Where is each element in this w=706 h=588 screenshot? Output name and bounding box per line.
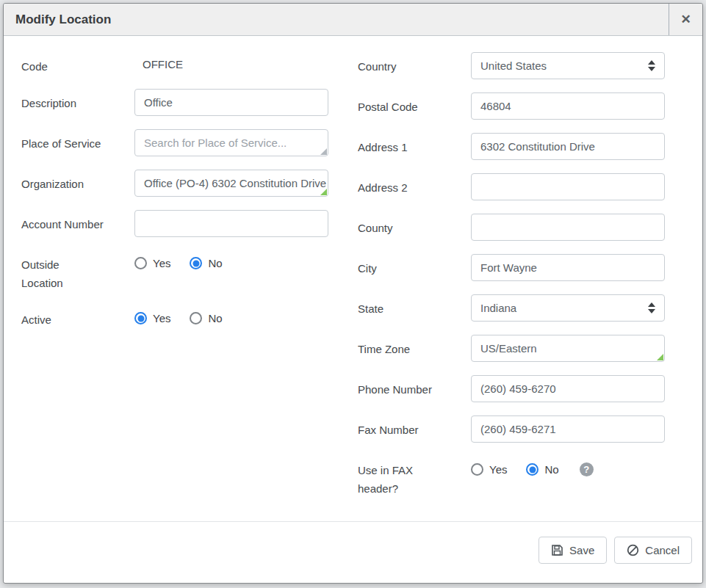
fax-number-field[interactable] <box>471 415 665 443</box>
radio-selected-icon <box>190 257 202 269</box>
help-icon[interactable]: ? <box>580 462 594 476</box>
active-radio-yes[interactable]: Yes <box>134 312 170 324</box>
outside-location-label: Outside Location <box>21 250 104 292</box>
organization-field[interactable] <box>134 170 328 197</box>
phone-number-label: Phone Number <box>358 375 440 399</box>
active-radio-no[interactable]: No <box>190 312 222 324</box>
save-button[interactable]: Save <box>538 537 607 564</box>
outside-location-radio-yes[interactable]: Yes <box>134 257 170 269</box>
state-label: State <box>358 294 440 318</box>
save-floppy-icon <box>551 544 563 556</box>
country-row: Country United States <box>358 52 672 79</box>
select-updown-icon <box>648 302 655 313</box>
country-label: Country <box>358 52 440 76</box>
address1-field[interactable] <box>471 133 665 160</box>
postal-code-row: Postal Code <box>358 92 672 120</box>
modal-body: Code OFFICE Description Place of Service <box>4 36 702 521</box>
use-in-fax-header-radio-yes[interactable]: Yes <box>471 463 507 476</box>
address2-label: Address 2 <box>358 173 440 197</box>
save-button-label: Save <box>569 544 594 556</box>
description-row: Description <box>21 89 349 116</box>
active-row: Active Yes No <box>21 305 349 329</box>
county-row: County <box>358 214 672 241</box>
city-label: City <box>358 254 440 277</box>
code-label: Code <box>21 52 104 76</box>
form-right-column: Country United States Postal Code Addres… <box>349 52 672 521</box>
account-number-label: Account Number <box>21 210 104 233</box>
radio-selected-icon <box>526 463 538 476</box>
radio-unselected-icon <box>134 257 147 269</box>
use-in-fax-header-radio-group: Yes No ? <box>471 456 665 476</box>
address1-label: Address 1 <box>358 133 440 156</box>
radio-unselected-icon <box>471 463 483 476</box>
place-of-service-label: Place of Service <box>21 129 104 153</box>
organization-row: Organization <box>21 170 349 197</box>
modal-footer: Save Cancel <box>4 521 702 583</box>
modal-title: Modify Location <box>4 4 669 35</box>
phone-number-row: Phone Number <box>358 375 672 402</box>
outside-location-radio-no[interactable]: No <box>190 257 222 269</box>
description-field[interactable] <box>134 89 328 116</box>
organization-label: Organization <box>21 170 104 193</box>
address2-row: Address 2 <box>358 173 672 200</box>
place-of-service-search-input[interactable] <box>134 129 328 156</box>
county-field[interactable] <box>471 214 665 241</box>
fax-number-label: Fax Number <box>358 415 440 439</box>
phone-number-field[interactable] <box>471 375 665 402</box>
outside-location-row: Outside Location Yes No <box>21 250 349 292</box>
time-zone-field[interactable] <box>471 335 665 362</box>
fax-number-row: Fax Number <box>358 415 672 443</box>
select-updown-icon <box>648 60 655 71</box>
use-in-fax-header-row: Use in FAX header? Yes No ? <box>358 456 672 498</box>
cancel-slash-circle-icon <box>627 544 639 556</box>
postal-code-label: Postal Code <box>358 92 440 116</box>
radio-selected-icon <box>134 312 147 324</box>
cancel-button[interactable]: Cancel <box>614 537 692 564</box>
state-row: State Indiana <box>358 294 672 322</box>
county-label: County <box>358 214 440 237</box>
address2-field[interactable] <box>471 173 665 200</box>
description-label: Description <box>21 89 104 112</box>
use-in-fax-header-label: Use in FAX header? <box>358 456 440 498</box>
close-icon: ✕ <box>680 12 691 27</box>
account-number-row: Account Number <box>21 210 349 237</box>
country-select[interactable]: United States <box>471 52 665 79</box>
postal-code-field[interactable] <box>471 92 665 120</box>
code-value: OFFICE <box>134 52 328 70</box>
use-in-fax-header-radio-no[interactable]: No <box>526 463 558 476</box>
address1-row: Address 1 <box>358 133 672 160</box>
place-of-service-row: Place of Service <box>21 129 349 156</box>
city-row: City <box>358 254 672 281</box>
city-field[interactable] <box>471 254 665 281</box>
cancel-button-label: Cancel <box>645 544 680 556</box>
time-zone-label: Time Zone <box>358 335 440 358</box>
active-radio-group: Yes No <box>134 305 328 324</box>
account-number-field[interactable] <box>134 210 328 237</box>
code-row: Code OFFICE <box>21 52 349 76</box>
outside-location-radio-group: Yes No <box>134 250 328 269</box>
time-zone-row: Time Zone <box>358 335 672 362</box>
state-select[interactable]: Indiana <box>471 294 665 322</box>
radio-unselected-icon <box>190 312 202 324</box>
modal-header: Modify Location ✕ <box>4 4 702 36</box>
close-button[interactable]: ✕ <box>669 4 702 35</box>
form-left-column: Code OFFICE Description Place of Service <box>21 52 349 521</box>
active-label: Active <box>21 305 104 329</box>
modify-location-modal: Modify Location ✕ Code OFFICE Descriptio… <box>3 3 703 584</box>
